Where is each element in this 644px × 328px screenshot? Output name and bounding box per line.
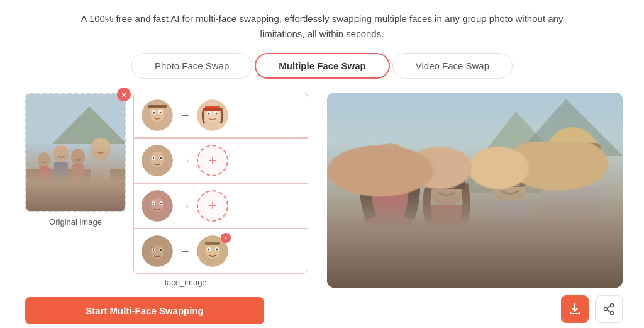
target-face-circle-1 bbox=[197, 99, 228, 131]
tab-photo[interactable]: Photo Face Swap bbox=[131, 53, 252, 79]
svg-point-62 bbox=[429, 167, 464, 207]
tab-multiple[interactable]: Multiple Face Swap bbox=[255, 53, 389, 79]
svg-rect-8 bbox=[72, 164, 84, 186]
result-photo bbox=[327, 93, 623, 288]
svg-point-3 bbox=[38, 152, 50, 167]
svg-point-87 bbox=[604, 308, 608, 311]
subtitle: A 100% free and fast AI for multi-face s… bbox=[77, 11, 567, 42]
svg-point-48 bbox=[208, 249, 210, 251]
tabs-row: Photo Face Swap Multiple Face Swap Video… bbox=[25, 53, 619, 79]
svg-point-36 bbox=[153, 203, 154, 204]
svg-point-69 bbox=[492, 164, 527, 204]
svg-point-61 bbox=[396, 164, 399, 167]
content-row: × Original image bbox=[25, 93, 619, 324]
svg-point-31 bbox=[160, 157, 162, 159]
arrow-2: → bbox=[179, 154, 191, 167]
original-image[interactable] bbox=[25, 93, 126, 212]
svg-line-88 bbox=[607, 306, 610, 308]
svg-rect-10 bbox=[91, 160, 110, 191]
svg-rect-77 bbox=[541, 187, 601, 263]
svg-point-30 bbox=[153, 157, 154, 159]
start-swap-button[interactable]: Start Multi-Face Swapping bbox=[25, 297, 264, 324]
target-face-1 bbox=[197, 99, 228, 131]
svg-rect-57 bbox=[366, 156, 414, 174]
download-icon bbox=[569, 303, 581, 315]
target-face-placeholder-3[interactable]: + bbox=[197, 190, 228, 222]
family-photo-preview bbox=[26, 94, 125, 211]
svg-rect-63 bbox=[428, 205, 465, 258]
svg-rect-70 bbox=[491, 201, 528, 258]
original-close-button[interactable]: × bbox=[117, 88, 131, 101]
svg-rect-54 bbox=[327, 231, 623, 288]
svg-point-83 bbox=[539, 152, 549, 165]
download-button[interactable] bbox=[561, 295, 589, 323]
source-face-2 bbox=[142, 145, 173, 176]
face-row-2: → + bbox=[133, 138, 308, 183]
face-rows: → bbox=[133, 93, 308, 274]
svg-rect-56 bbox=[365, 190, 412, 253]
left-panel: × Original image bbox=[25, 93, 308, 324]
svg-point-9 bbox=[91, 138, 111, 161]
svg-point-85 bbox=[611, 304, 614, 307]
svg-rect-50 bbox=[205, 242, 220, 245]
face-row-1: → bbox=[133, 93, 308, 138]
svg-point-15 bbox=[153, 112, 155, 114]
svg-point-80 bbox=[579, 153, 587, 162]
svg-point-22 bbox=[208, 113, 210, 115]
svg-point-75 bbox=[516, 183, 519, 186]
svg-point-72 bbox=[501, 181, 506, 186]
target-face-placeholder-2[interactable]: + bbox=[197, 145, 228, 176]
face-image-label: face_image bbox=[25, 278, 308, 287]
svg-point-86 bbox=[611, 312, 614, 315]
svg-rect-2 bbox=[26, 169, 125, 211]
svg-point-23 bbox=[216, 113, 218, 115]
svg-rect-6 bbox=[54, 162, 68, 187]
svg-rect-71 bbox=[492, 173, 527, 187]
svg-rect-17 bbox=[148, 105, 167, 108]
svg-point-65 bbox=[438, 183, 443, 189]
face-row-3: → + bbox=[133, 183, 308, 229]
target-face-4-close[interactable]: × bbox=[221, 233, 231, 243]
svg-point-49 bbox=[216, 249, 218, 251]
svg-line-89 bbox=[607, 310, 610, 312]
svg-point-76 bbox=[544, 127, 601, 190]
svg-point-7 bbox=[71, 149, 85, 165]
arrow-3: → bbox=[179, 200, 191, 213]
original-image-box: × Original image bbox=[25, 93, 126, 227]
share-button[interactable] bbox=[595, 295, 623, 323]
svg-rect-78 bbox=[544, 143, 601, 162]
svg-rect-64 bbox=[428, 174, 465, 189]
target-face-4: × bbox=[197, 235, 228, 267]
svg-rect-0 bbox=[26, 94, 125, 211]
svg-point-58 bbox=[379, 162, 386, 169]
svg-point-68 bbox=[452, 185, 455, 188]
svg-point-66 bbox=[450, 183, 455, 189]
svg-point-43 bbox=[160, 249, 162, 251]
svg-point-74 bbox=[502, 183, 505, 186]
svg-point-73 bbox=[514, 181, 519, 186]
original-label: Original image bbox=[25, 217, 126, 227]
result-actions bbox=[327, 295, 623, 323]
svg-point-37 bbox=[160, 203, 162, 204]
page-wrapper: A 100% free and fast AI for multi-face s… bbox=[0, 0, 644, 328]
svg-rect-25 bbox=[203, 108, 223, 111]
source-face-3 bbox=[142, 190, 173, 222]
arrow-4: → bbox=[179, 245, 191, 258]
svg-rect-4 bbox=[39, 166, 49, 185]
svg-point-81 bbox=[559, 156, 564, 161]
svg-point-84 bbox=[596, 152, 606, 165]
source-face-1 bbox=[142, 99, 173, 131]
svg-point-5 bbox=[53, 145, 69, 162]
source-face-4 bbox=[142, 235, 173, 267]
svg-point-60 bbox=[380, 164, 384, 167]
arrow-1: → bbox=[179, 109, 191, 122]
right-panel bbox=[327, 93, 623, 323]
svg-point-16 bbox=[160, 112, 162, 114]
face-row-4: → bbox=[133, 229, 308, 274]
tab-video[interactable]: Video Face Swap bbox=[392, 53, 513, 79]
svg-point-55 bbox=[368, 143, 412, 193]
svg-point-67 bbox=[439, 185, 442, 188]
svg-point-79 bbox=[557, 153, 566, 162]
svg-point-42 bbox=[153, 249, 154, 251]
svg-point-82 bbox=[580, 156, 586, 161]
